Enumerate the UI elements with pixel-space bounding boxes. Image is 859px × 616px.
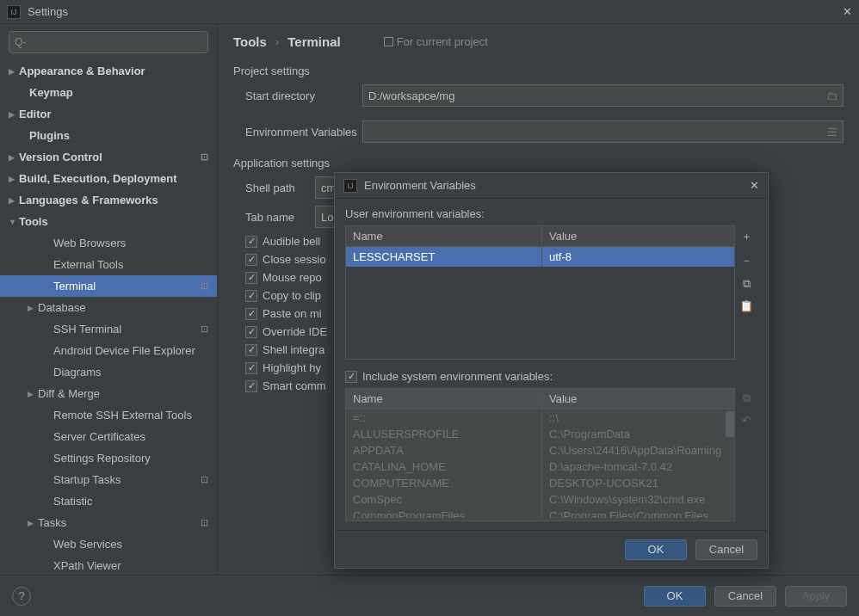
table-row[interactable]: ALLUSERSPROFILEC:\ProgramData: [346, 426, 734, 442]
checkbox[interactable]: ✓: [245, 290, 257, 302]
remove-icon[interactable]: －: [741, 253, 752, 268]
sidebar-item-statistic[interactable]: Statistic: [0, 490, 217, 512]
user-env-table[interactable]: Name Value LESSCHARSETutf-8: [345, 225, 735, 360]
sidebar-item-settings-repository[interactable]: Settings Repository: [0, 447, 217, 469]
checkbox[interactable]: ✓: [245, 380, 257, 392]
cancel-button[interactable]: Cancel: [695, 539, 757, 560]
table-row[interactable]: =::::\: [346, 410, 734, 426]
close-icon[interactable]: ✕: [843, 5, 852, 18]
sidebar-item-label: Tasks: [38, 516, 66, 529]
sidebar-item-terminal[interactable]: Terminal⊡: [0, 275, 217, 297]
add-icon[interactable]: ＋: [741, 229, 752, 244]
sidebar-item-android-device-file-explorer[interactable]: Android Device File Explorer: [0, 340, 217, 361]
table-row[interactable]: CATALINA_HOMED:\apache-tomcat-7.0.42: [346, 459, 734, 475]
checkbox[interactable]: ✓: [245, 326, 257, 338]
copy-icon[interactable]: ⧉: [743, 277, 751, 291]
sidebar-item-web-services[interactable]: Web Services: [0, 533, 217, 555]
sidebar-item-version-control[interactable]: ▶Version Control⊡: [0, 146, 217, 168]
project-scope-icon: ⊡: [201, 323, 208, 335]
include-system-checkbox[interactable]: ✓: [345, 371, 357, 383]
cell-value: utf-8: [542, 247, 734, 267]
checkbox[interactable]: ✓: [245, 272, 257, 284]
table-row[interactable]: LESSCHARSETutf-8: [346, 247, 734, 267]
sidebar-item-label: Keymap: [29, 86, 73, 99]
checkbox[interactable]: ✓: [245, 236, 257, 248]
sidebar-item-label: Tools: [19, 215, 48, 228]
revert-icon: ↶: [742, 414, 751, 427]
sidebar-item-xpath-viewer[interactable]: XPath Viewer: [0, 555, 217, 575]
project-scope-icon: ⊡: [201, 474, 208, 485]
cell-name: CommonProgramFiles: [346, 508, 542, 518]
chevron-right-icon: ›: [275, 35, 279, 48]
sidebar-item-label: Remote SSH External Tools: [53, 409, 192, 422]
user-env-label: User environment variables:: [345, 207, 757, 220]
checkbox-label: Shell integra: [263, 343, 324, 356]
sidebar-item-label: Server Certificates: [53, 430, 145, 443]
search-input[interactable]: Q-: [9, 31, 208, 53]
app-settings-label: Application settings: [233, 157, 844, 169]
table-row[interactable]: COMPUTERNAMEDESKTOP-UCOSK21: [346, 475, 734, 491]
checkbox[interactable]: ✓: [245, 362, 257, 374]
sidebar-item-startup-tasks[interactable]: Startup Tasks⊡: [0, 469, 217, 490]
scope-label: For current project: [384, 35, 488, 48]
checkbox-label: Paste on mi: [263, 307, 322, 320]
column-value[interactable]: Value: [542, 389, 734, 409]
sidebar-item-label: XPath Viewer: [53, 559, 121, 572]
sidebar-item-remote-ssh-external-tools[interactable]: Remote SSH External Tools: [0, 404, 217, 426]
sidebar-item-diagrams[interactable]: Diagrams: [0, 361, 217, 383]
sidebar-item-server-certificates[interactable]: Server Certificates: [0, 426, 217, 447]
sidebar-item-database[interactable]: ▶Database: [0, 297, 217, 318]
column-value[interactable]: Value: [542, 226, 734, 246]
sidebar-item-appearance-behavior[interactable]: ▶Appearance & Behavior: [0, 60, 217, 82]
list-icon[interactable]: ☰: [827, 126, 837, 139]
table-row[interactable]: APPDATAC:\Users\24416\AppData\Roaming: [346, 442, 734, 459]
ok-button[interactable]: OK: [644, 586, 706, 607]
project-settings-label: Project settings: [233, 65, 844, 77]
cell-name: =::: [346, 410, 542, 426]
breadcrumb: Tools › Terminal For current project: [233, 34, 844, 49]
cancel-button[interactable]: Cancel: [714, 586, 776, 607]
sidebar-item-plugins[interactable]: Plugins: [0, 125, 217, 146]
column-name[interactable]: Name: [346, 226, 542, 246]
checkbox[interactable]: ✓: [245, 308, 257, 320]
env-variables-input[interactable]: ☰: [362, 120, 844, 143]
chevron-right-icon: ▶: [9, 175, 19, 183]
sidebar-item-external-tools[interactable]: External Tools: [0, 254, 217, 275]
table-row[interactable]: CommonProgramFilesC:\Program Files\Commo…: [346, 508, 734, 518]
checkbox[interactable]: ✓: [245, 344, 257, 356]
checkbox[interactable]: ✓: [245, 254, 257, 266]
sidebar-item-label: Statistic: [53, 495, 93, 508]
start-directory-input[interactable]: D:/worksapce/mg 🗀: [362, 84, 844, 107]
sidebar-item-label: Android Device File Explorer: [53, 344, 195, 357]
cell-value: ::\: [542, 410, 734, 426]
sidebar-item-diff-merge[interactable]: ▶Diff & Merge: [0, 383, 217, 404]
sidebar-item-languages-frameworks[interactable]: ▶Languages & Frameworks: [0, 189, 217, 211]
paste-icon[interactable]: 📋: [739, 299, 753, 312]
project-scope-icon: ⊡: [201, 280, 208, 292]
sidebar-item-keymap[interactable]: Keymap: [0, 82, 217, 103]
sidebar-item-label: SSH Terminal: [53, 323, 121, 336]
sidebar-item-tasks[interactable]: ▶Tasks⊡: [0, 512, 217, 533]
app-icon: IJ: [7, 5, 21, 19]
ok-button[interactable]: OK: [625, 539, 687, 560]
close-icon[interactable]: ✕: [750, 179, 759, 192]
sidebar-item-web-browsers[interactable]: Web Browsers: [0, 232, 217, 254]
column-name[interactable]: Name: [346, 389, 542, 409]
checkbox-label: Close sessio: [263, 253, 326, 266]
cell-value: C:\Users\24416\AppData\Roaming: [542, 442, 734, 459]
sidebar-item-editor[interactable]: ▶Editor: [0, 103, 217, 125]
sidebar-item-build-execution-deployment[interactable]: ▶Build, Execution, Deployment: [0, 168, 217, 189]
cell-name: LESSCHARSET: [346, 247, 542, 267]
system-env-table[interactable]: Name Value =::::\ALLUSERSPROFILEC:\Progr…: [345, 388, 735, 521]
cell-value: D:\apache-tomcat-7.0.42: [542, 459, 734, 475]
sidebar-item-ssh-terminal[interactable]: SSH Terminal⊡: [0, 318, 217, 340]
sidebar-item-tools[interactable]: ▼Tools: [0, 211, 217, 232]
table-row[interactable]: ComSpecC:\Windows\system32\cmd.exe: [346, 491, 734, 508]
apply-button[interactable]: Apply: [785, 586, 847, 607]
app-icon: IJ: [343, 179, 357, 193]
checkbox-label: Override IDE: [263, 325, 327, 338]
scrollbar[interactable]: [726, 411, 734, 437]
sidebar-item-label: Languages & Frameworks: [19, 194, 158, 206]
help-button[interactable]: ?: [12, 587, 31, 606]
folder-icon[interactable]: 🗀: [826, 89, 837, 102]
